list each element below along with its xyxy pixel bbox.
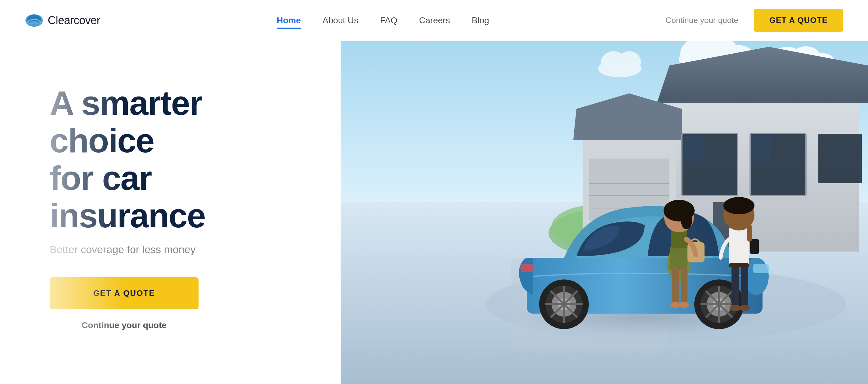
nav-careers[interactable]: Careers [419, 15, 450, 26]
svg-rect-61 [672, 267, 679, 304]
nav-faq[interactable]: FAQ [380, 15, 397, 26]
svg-rect-71 [741, 264, 748, 308]
header-actions: Continue your quote GET A QUOTE [666, 9, 843, 32]
header-get-quote-button[interactable]: GET A QUOTE [754, 9, 843, 32]
svg-point-63 [671, 302, 680, 308]
svg-rect-78 [729, 263, 749, 267]
svg-point-64 [679, 302, 689, 308]
nav-home[interactable]: Home [277, 15, 301, 26]
svg-rect-60 [670, 245, 687, 270]
svg-point-76 [723, 197, 754, 214]
brand-name: Clearcover [48, 14, 100, 27]
svg-rect-62 [681, 267, 687, 304]
hero-illustration [341, 41, 868, 384]
header-continue-link[interactable]: Continue your quote [666, 15, 738, 25]
svg-rect-41 [753, 264, 769, 273]
svg-point-13 [617, 51, 641, 72]
svg-marker-22 [657, 101, 868, 103]
logo-area[interactable]: Clearcover [25, 14, 100, 27]
hero-section: A smarter choice for car insurance Bette… [0, 41, 868, 384]
logo-icon [25, 14, 43, 27]
svg-rect-70 [732, 264, 739, 308]
site-header: Clearcover Home About Us FAQ Careers Blo… [0, 0, 868, 41]
svg-point-73 [739, 305, 750, 311]
main-nav: Home About Us FAQ Careers Blog [277, 15, 489, 26]
nav-blog[interactable]: Blog [472, 15, 489, 26]
svg-rect-77 [750, 239, 759, 254]
svg-rect-74 [729, 227, 749, 267]
svg-rect-28 [684, 136, 703, 161]
nav-about[interactable]: About Us [322, 15, 358, 26]
svg-rect-42 [521, 264, 533, 272]
svg-rect-27 [818, 134, 862, 183]
fade-overlay [0, 41, 124, 384]
svg-rect-29 [753, 136, 771, 161]
svg-point-68 [681, 212, 692, 229]
